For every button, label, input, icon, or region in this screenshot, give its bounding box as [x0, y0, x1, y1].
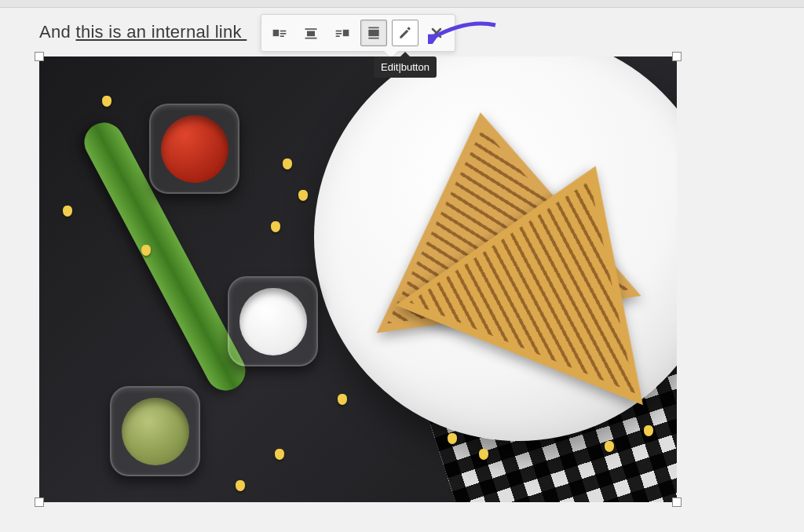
align-left-icon [272, 25, 287, 41]
svg-rect-11 [368, 30, 378, 36]
image-inline-toolbar [261, 14, 455, 52]
svg-rect-6 [305, 38, 317, 39]
svg-rect-9 [336, 33, 342, 35]
svg-rect-8 [336, 31, 342, 32]
align-none-icon [366, 25, 382, 41]
align-right-icon [334, 25, 350, 41]
selected-image-block[interactable]: Edit|button [39, 56, 677, 502]
align-center-button[interactable] [298, 20, 324, 46]
edit-tooltip: Edit|button [374, 56, 437, 78]
align-center-icon [303, 25, 319, 41]
pencil-icon [397, 25, 413, 41]
svg-rect-2 [280, 33, 287, 35]
editor-canvas[interactable]: And this is an internal link to another … [0, 8, 804, 516]
resize-handle-bottom-right[interactable] [672, 497, 682, 507]
edit-image-button[interactable] [392, 20, 418, 46]
remove-image-button[interactable] [423, 20, 450, 46]
content-image[interactable] [39, 56, 677, 502]
align-left-button[interactable] [266, 20, 293, 46]
svg-rect-0 [273, 30, 280, 36]
svg-rect-4 [305, 28, 317, 30]
resize-handle-bottom-left[interactable] [35, 497, 44, 507]
resize-handle-top-left[interactable] [35, 52, 44, 61]
resize-handle-top-right[interactable] [672, 52, 682, 61]
text-before: And [39, 22, 75, 42]
svg-rect-5 [307, 31, 315, 37]
svg-rect-10 [336, 35, 340, 37]
svg-rect-12 [368, 27, 378, 29]
svg-rect-13 [368, 38, 378, 39]
svg-rect-3 [280, 35, 284, 37]
close-icon [429, 25, 444, 41]
align-right-button[interactable] [329, 20, 356, 46]
svg-rect-7 [343, 30, 349, 36]
internal-link[interactable]: this is an internal link [75, 22, 247, 42]
align-none-button[interactable] [360, 20, 387, 46]
window-top-bar [0, 0, 804, 8]
svg-rect-1 [280, 31, 287, 32]
